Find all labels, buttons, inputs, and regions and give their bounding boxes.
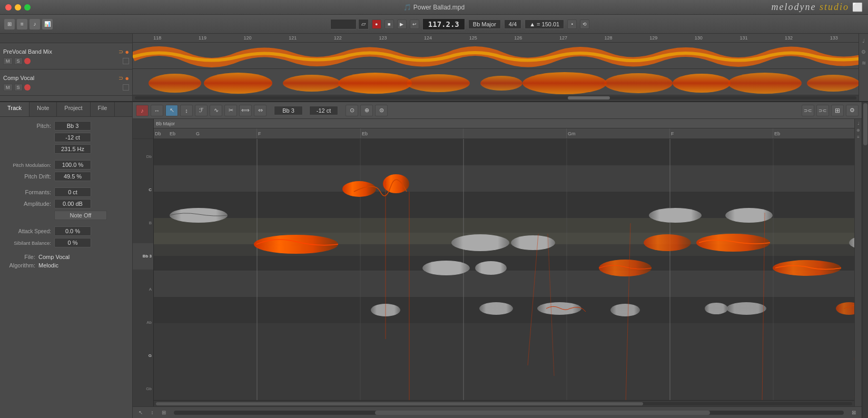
- sync-button[interactable]: ⟲: [580, 19, 589, 29]
- bottom-tool-1[interactable]: ↖: [136, 409, 145, 417]
- waveform-svg-1: [133, 43, 859, 68]
- note-display[interactable]: Bb 3: [274, 106, 303, 115]
- center-btn[interactable]: ⊕: [360, 105, 373, 116]
- waveform-track-1[interactable]: [133, 43, 859, 69]
- snap-pitch-btn[interactable]: ⊙: [346, 105, 358, 116]
- bottom-tool-2[interactable]: ↕: [147, 409, 157, 417]
- tool-pitch-corr[interactable]: ⇔: [254, 105, 267, 116]
- track-square-2[interactable]: [123, 84, 129, 91]
- tool-pitch-shift[interactable]: ↕: [180, 105, 193, 116]
- pr-grid-btn[interactable]: ⊞: [831, 105, 844, 116]
- minimize-button[interactable]: [15, 4, 21, 11]
- ruler-125: 125: [450, 35, 496, 41]
- tool-select[interactable]: ↖: [165, 105, 178, 116]
- grid-icon[interactable]: ⊞: [4, 19, 15, 29]
- pr-icon-settings[interactable]: ≡: [857, 135, 860, 140]
- scale-label: Bb Major: [156, 121, 175, 126]
- maximize-button[interactable]: [24, 4, 31, 11]
- transport-bar: ⊞ ≡ ♪ 📊 ▱ ● ■ ▶ ↩ 117.2.3 Bb Major 4/4 ▲…: [0, 15, 868, 34]
- measure-div-92: [463, 128, 463, 138]
- pr-link-btn-2[interactable]: ⊃⊂: [816, 105, 829, 116]
- param-row-cents: -12 ct: [4, 133, 128, 142]
- tab-note[interactable]: Note: [29, 102, 57, 116]
- cents-display[interactable]: -12 ct: [309, 106, 338, 115]
- link-icon-1[interactable]: ⊃: [119, 48, 123, 55]
- svg-point-29: [170, 208, 228, 223]
- tempo-display[interactable]: ▲ = 150.01: [525, 19, 564, 29]
- piano-roll-scrollbar-h[interactable]: [154, 400, 854, 406]
- scrollbar-thumb[interactable]: [568, 96, 610, 99]
- rec-arm-btn-1[interactable]: [24, 58, 31, 64]
- solo-btn-2[interactable]: S: [14, 84, 23, 91]
- amplitude-value[interactable]: 0.00 dB: [54, 199, 91, 208]
- color-swatch-2[interactable]: ●: [125, 74, 129, 82]
- stop-button[interactable]: ■: [384, 19, 394, 29]
- mute-btn-2[interactable]: M: [3, 84, 13, 91]
- pr-scroll-track: [156, 402, 852, 405]
- tool-stretch[interactable]: ⟺: [239, 105, 252, 116]
- solo-btn-1[interactable]: S: [14, 57, 23, 65]
- collapse-button[interactable]: ⬜: [852, 2, 863, 12]
- pr-link-btn-1[interactable]: ⊃⊂: [802, 105, 814, 116]
- wave-icon-top[interactable]: ≋: [862, 58, 866, 67]
- bottom-tool-corner[interactable]: ⊠: [849, 409, 859, 417]
- pitch-mod-value[interactable]: 100.0 %: [54, 160, 91, 170]
- bottom-tool-3[interactable]: ⊞: [159, 409, 169, 417]
- attack-value[interactable]: 0.0 %: [54, 226, 91, 236]
- tab-project[interactable]: Project: [57, 102, 90, 116]
- note-off-button[interactable]: Note Off: [54, 211, 107, 220]
- pitch-hz-value[interactable]: 231.5 Hz: [54, 144, 91, 154]
- tool-pitch-red[interactable]: ♪: [136, 105, 149, 116]
- window-controls[interactable]: [5, 4, 31, 11]
- record-button[interactable]: ●: [372, 19, 381, 29]
- loop-marker: ▱: [358, 19, 369, 29]
- tool-formant[interactable]: ℱ: [195, 105, 208, 116]
- close-button[interactable]: [5, 4, 12, 11]
- measure-div-90: [257, 128, 257, 138]
- return-button[interactable]: ↩: [410, 19, 419, 29]
- pr-settings-btn[interactable]: ⚙: [846, 105, 859, 116]
- spectrum-icon[interactable]: 📊: [42, 19, 53, 29]
- bottom-scroll-track[interactable]: [174, 411, 844, 415]
- pr-icon-note[interactable]: ♩: [857, 121, 860, 126]
- bottom-scroll-thumb[interactable]: [375, 411, 710, 415]
- tab-track[interactable]: Track: [0, 102, 29, 116]
- ruler-130: 130: [676, 35, 722, 41]
- settings-icon-top[interactable]: ⚙: [861, 47, 866, 56]
- link-icon-2[interactable]: ⊃: [119, 75, 123, 82]
- equal-btn[interactable]: ⊜: [375, 105, 388, 116]
- pr-scroll-thumb[interactable]: [156, 402, 643, 405]
- position-display[interactable]: 117.2.3: [422, 18, 465, 30]
- note-icon-top[interactable]: ♩: [862, 36, 865, 45]
- param-row-pitch-mod: Pitch Modulation: 100.0 %: [4, 160, 128, 170]
- pitch-cents-value[interactable]: -12 ct: [54, 133, 91, 142]
- tracks-icon[interactable]: ≡: [17, 19, 27, 29]
- pr-icon-zoom[interactable]: ⊕: [856, 128, 860, 133]
- track-square-1[interactable]: [123, 58, 129, 64]
- scale-row: Bb Major: [154, 119, 854, 128]
- tool-modulation[interactable]: ∿: [210, 105, 222, 116]
- pr-scroll-v-thumb[interactable]: [863, 103, 867, 145]
- tab-file[interactable]: File: [91, 102, 115, 116]
- rec-arm-btn-2[interactable]: [24, 84, 31, 91]
- midi-icon[interactable]: ♪: [29, 19, 40, 29]
- tool-time-stretch[interactable]: ↔: [151, 105, 163, 116]
- pitch-drift-value[interactable]: 49.5 %: [54, 172, 91, 181]
- play-button[interactable]: ▶: [397, 19, 407, 29]
- keys-ruler-spacer: [133, 119, 153, 139]
- top-horizontal-scrollbar[interactable]: [133, 95, 859, 101]
- tool-scissors[interactable]: ✂: [224, 105, 237, 116]
- formants-value[interactable]: 0 ct: [54, 187, 91, 197]
- sibilant-value[interactable]: 0 %: [54, 238, 91, 247]
- chord-db: Db: [155, 131, 161, 136]
- note-grid-area[interactable]: [154, 139, 854, 400]
- piano-roll-scrollbar-v[interactable]: [862, 102, 868, 418]
- pitch-value[interactable]: Bb 3: [54, 121, 91, 131]
- tempo-settings-button[interactable]: •: [567, 19, 577, 29]
- svg-point-34: [451, 234, 509, 251]
- time-sig-display[interactable]: 4/4: [504, 19, 521, 29]
- waveform-track-2[interactable]: [133, 69, 859, 95]
- color-swatch-1[interactable]: ●: [125, 48, 129, 56]
- key-display[interactable]: Bb Major: [468, 19, 501, 29]
- mute-btn-1[interactable]: M: [3, 57, 13, 65]
